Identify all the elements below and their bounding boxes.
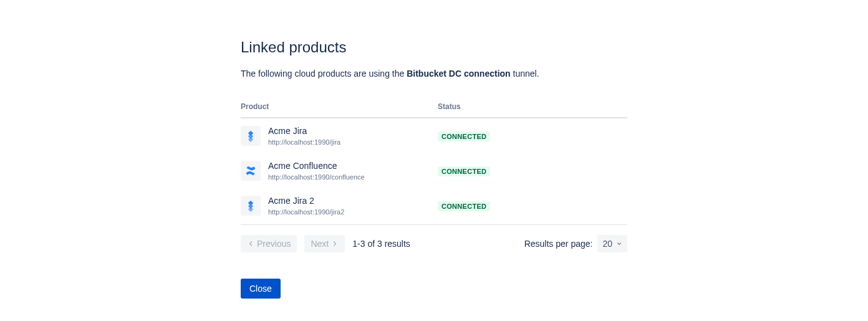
chevron-right-icon (331, 240, 339, 247)
product-name: Acme Jira 2 (268, 194, 344, 207)
jira-icon (241, 196, 261, 216)
description-prefix: The following cloud products are using t… (241, 69, 407, 79)
results-summary: 1-3 of 3 results (352, 239, 410, 249)
next-button[interactable]: Next (304, 235, 345, 252)
table-row: Acme Jira http://localhost:1990/jira CON… (241, 118, 627, 153)
product-name: Acme Jira (268, 125, 340, 137)
description-suffix: tunnel. (511, 69, 539, 79)
column-header-status: Status (438, 102, 627, 111)
status-badge: CONNECTED (438, 166, 490, 176)
results-per-page-select[interactable]: 20 (597, 235, 627, 252)
results-per-page-label: Results per page: (524, 239, 593, 249)
connection-name: Bitbucket DC connection (407, 69, 510, 79)
product-url: http://localhost:1990/confluence (268, 172, 365, 182)
product-url: http://localhost:1990/jira (268, 137, 340, 147)
page-title: Linked products (241, 39, 627, 56)
results-per-page-value: 20 (602, 239, 612, 249)
previous-label: Previous (257, 239, 291, 249)
table-header: Product Status (241, 97, 627, 118)
table-row: Acme Confluence http://localhost:1990/co… (241, 153, 627, 188)
product-name: Acme Confluence (268, 160, 365, 172)
page-description: The following cloud products are using t… (241, 69, 627, 79)
close-button[interactable]: Close (241, 279, 281, 299)
status-badge: CONNECTED (438, 132, 490, 141)
product-url: http://localhost:1990/jira2 (268, 207, 344, 217)
chevron-left-icon (247, 240, 254, 247)
jira-icon (241, 126, 261, 146)
previous-button[interactable]: Previous (241, 235, 297, 252)
status-badge: CONNECTED (438, 201, 490, 211)
chevron-down-icon (616, 239, 622, 249)
pagination: Previous Next 1-3 of 3 results Results p… (241, 225, 627, 252)
column-header-product: Product (241, 102, 438, 111)
next-label: Next (311, 239, 329, 249)
table-row: Acme Jira 2 http://localhost:1990/jira2 … (241, 188, 627, 223)
confluence-icon (241, 161, 261, 181)
